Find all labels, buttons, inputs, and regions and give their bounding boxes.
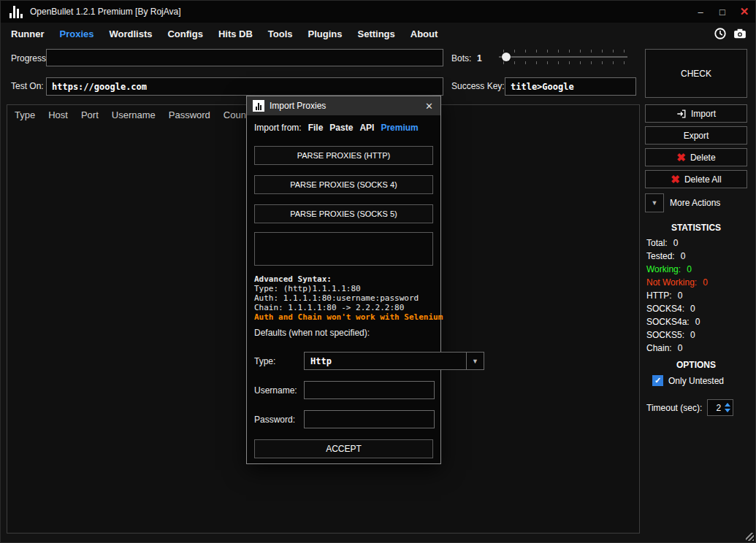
column-header-username[interactable]: Username	[112, 109, 156, 120]
syntax-line-chain: Chain: 1.1.1.1:80 -> 2.2.2.2:80	[254, 303, 443, 312]
close-button[interactable]: ✕	[733, 1, 755, 23]
delete-all-button-label: Delete All	[684, 174, 722, 185]
password-row: Password:	[254, 410, 435, 428]
menu-item-runner[interactable]: Runner	[11, 28, 45, 39]
options-title: OPTIONS	[645, 360, 747, 370]
timeout-input[interactable]	[708, 400, 722, 415]
advanced-syntax-title: Advanced Syntax:	[254, 274, 443, 284]
test-on-label: Test On:	[11, 81, 44, 91]
export-button-label: Export	[684, 131, 709, 141]
column-header-type[interactable]: Type	[15, 109, 35, 120]
chevron-down-icon[interactable]: ▼	[466, 353, 484, 369]
import-icon	[676, 109, 687, 119]
type-row: Type: Http ▼	[254, 352, 435, 370]
menu-item-hitsdb[interactable]: Hits DB	[218, 28, 253, 39]
menu-item-settings[interactable]: Settings	[357, 28, 394, 39]
dialog-title-bar[interactable]: Import Proxies ✕	[247, 96, 440, 115]
menu-item-tools[interactable]: Tools	[268, 28, 293, 39]
success-key-input[interactable]	[505, 77, 636, 96]
success-key-label: Success Key:	[451, 81, 505, 91]
title-bar[interactable]: OpenBullet 1.2.1 Premium [By RojAva] – □…	[1, 1, 755, 23]
password-label: Password:	[254, 415, 295, 425]
delete-button-label: Delete	[690, 153, 716, 163]
import-from-label: Import from:	[254, 123, 302, 133]
app-window: OpenBullet 1.2.1 Premium [By RojAva] – □…	[0, 0, 756, 543]
chevron-down-icon[interactable]: ▼	[645, 193, 664, 212]
dialog-logo-icon	[253, 100, 264, 112]
timeout-stepper[interactable]	[707, 399, 733, 416]
column-header-host[interactable]: Host	[48, 109, 68, 120]
parse-proxies-socks4-button[interactable]: PARSE PROXIES (SOCKS 4)	[254, 175, 433, 194]
slider-track	[499, 56, 627, 58]
export-button[interactable]: Export	[645, 126, 747, 145]
history-clock-icon[interactable]	[714, 27, 727, 40]
check-button[interactable]: CHECK	[645, 49, 747, 98]
menu-items: Runner Proxies Wordlists Configs Hits DB…	[1, 28, 438, 39]
stat-socks4a: SOCKS4a:0	[646, 315, 708, 328]
type-label: Type:	[254, 356, 275, 366]
stat-not-working: Not Working:0	[646, 276, 708, 289]
parse-proxies-http-button[interactable]: PARSE PROXIES (HTTP)	[254, 146, 433, 165]
menu-item-wordlists[interactable]: Wordlists	[109, 28, 152, 39]
resize-grip[interactable]	[746, 533, 754, 541]
openbullet-logo-icon	[9, 5, 23, 18]
stepper-up-icon[interactable]	[725, 403, 730, 407]
delete-button[interactable]: ✖ Delete	[645, 148, 747, 166]
username-label: Username:	[254, 385, 297, 396]
check-button-label: CHECK	[681, 69, 711, 79]
advanced-syntax-block: Advanced Syntax: Type: (http)1.1.1.1:80 …	[254, 274, 443, 322]
source-tab-file[interactable]: File	[308, 123, 324, 133]
statistics-list: Total:0 Tested:0 Working:0 Not Working:0…	[646, 236, 708, 355]
type-dropdown[interactable]: Http ▼	[304, 352, 484, 370]
source-tab-premium[interactable]: Premium	[381, 123, 418, 133]
camera-icon[interactable]	[733, 27, 747, 40]
delete-x-icon: ✖	[676, 152, 686, 163]
parse-proxies-socks5-button[interactable]: PARSE PROXIES (SOCKS 5)	[254, 204, 433, 223]
syntax-line-auth: Auth: 1.1.1.1:80:username:password	[254, 293, 443, 303]
menu-item-proxies[interactable]: Proxies	[60, 28, 94, 39]
accept-button[interactable]: ACCEPT	[254, 439, 433, 458]
menu-item-plugins[interactable]: Plugins	[308, 28, 343, 39]
minimize-button[interactable]: –	[690, 1, 711, 23]
column-header-port[interactable]: Port	[81, 109, 99, 120]
more-actions-dropdown[interactable]: ▼ More Actions	[645, 193, 747, 212]
more-actions-label: More Actions	[670, 198, 720, 208]
source-tab-paste[interactable]: Paste	[329, 123, 353, 133]
dialog-close-icon[interactable]: ✕	[424, 101, 435, 112]
delete-all-button[interactable]: ✖ Delete All	[645, 170, 747, 188]
bots-label: Bots:	[451, 53, 471, 63]
stat-working: Working:0	[646, 263, 708, 276]
syntax-line-type: Type: (http)1.1.1.1:80	[254, 284, 443, 293]
slider-thumb[interactable]	[502, 53, 511, 61]
menu-item-about[interactable]: About	[411, 28, 438, 39]
window-title: OpenBullet 1.2.1 Premium [By RojAva]	[30, 7, 181, 17]
username-input[interactable]	[304, 381, 435, 399]
source-tab-api[interactable]: API	[359, 123, 374, 133]
progress-bar	[46, 49, 443, 66]
selenium-warning: Auth and Chain won't work with Selenium	[254, 312, 443, 322]
menu-bar: Runner Proxies Wordlists Configs Hits DB…	[1, 23, 755, 45]
password-input[interactable]	[304, 410, 435, 428]
slider-ticks	[503, 50, 626, 53]
bots-value: 1	[477, 53, 482, 63]
side-panel: CHECK Import Export ✖ Delete ✖ Delete Al…	[645, 47, 747, 541]
checkbox-checked-icon[interactable]	[652, 375, 663, 386]
stepper-down-icon[interactable]	[725, 409, 730, 412]
stepper-arrows	[722, 400, 733, 415]
progress-label: Progress:	[11, 53, 48, 63]
slider-ticks	[503, 61, 626, 64]
maximize-button[interactable]: □	[711, 1, 733, 23]
timeout-row: Timeout (sec):	[646, 399, 733, 416]
import-button[interactable]: Import	[645, 104, 747, 123]
stat-chain: Chain:0	[646, 342, 708, 355]
test-on-input[interactable]	[46, 77, 443, 96]
stat-socks5: SOCKS5:0	[646, 328, 708, 342]
dialog-title: Import Proxies	[270, 101, 326, 111]
only-untested-checkbox-row[interactable]: Only Untested	[652, 375, 724, 386]
import-from-row: Import from: File Paste API Premium	[254, 123, 419, 133]
column-header-password[interactable]: Password	[169, 109, 210, 120]
menu-item-configs[interactable]: Configs	[167, 28, 202, 39]
proxy-source-textbox[interactable]	[254, 232, 433, 266]
timeout-label: Timeout (sec):	[646, 403, 702, 413]
bots-slider[interactable]	[497, 47, 629, 66]
